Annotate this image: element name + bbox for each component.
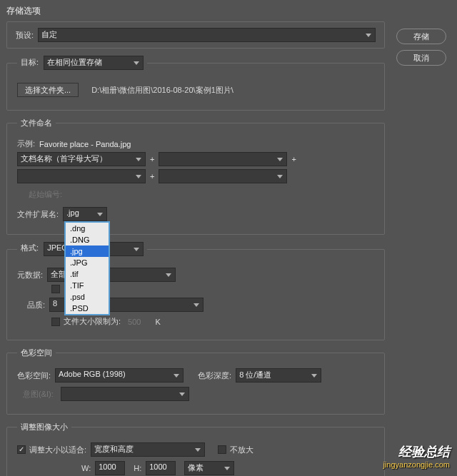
target-group: 目标: 在相同位置存储 选择文件夹... D:\相册\微信用图\2016-08-… <box>6 56 385 111</box>
resize-group: 调整图像大小 ✓ 调整大小以适合: 宽度和高度 不放大 W: 1000 H: 1… <box>6 422 385 476</box>
plus-2: + <box>291 155 296 163</box>
ext-opt-dng[interactable]: .dng <box>66 223 109 234</box>
limit-label: 文件大小限制为: <box>64 316 121 327</box>
startnum-label: 起始编号: <box>29 189 62 200</box>
colorspace-select[interactable]: Adobe RGB (1998) <box>55 368 184 383</box>
target-legend: 目标: <box>21 58 39 66</box>
color-group: 色彩空间 色彩空间: Adobe RGB (1998) 色彩深度: 8 位/通道… <box>6 348 385 415</box>
intent-select <box>61 387 189 401</box>
name-seg4-select[interactable] <box>159 169 287 183</box>
metadata-checkbox[interactable] <box>51 285 60 293</box>
resize-checkbox[interactable]: ✓ <box>17 445 26 454</box>
color-legend: 色彩空间 <box>17 348 56 358</box>
filenaming-legend: 文件命名 <box>17 118 56 128</box>
example-label: 示例: <box>17 138 35 149</box>
colorspace-label: 色彩空间: <box>17 370 51 381</box>
fit-label: 调整大小以适合: <box>29 445 86 455</box>
watermark-url: jingyanzongjie.com <box>383 460 450 469</box>
watermark-cn: 经验总结 <box>383 443 450 460</box>
plus-1: + <box>150 155 154 163</box>
filenaming-group: 文件命名 示例: Favorite place - Panda.jpg 文档名称… <box>6 118 385 235</box>
ext-opt-JPG[interactable]: .JPG <box>66 257 109 268</box>
h-label: H: <box>134 464 141 472</box>
target-location-select[interactable]: 在相同位置存储 <box>44 56 144 70</box>
noenlarge-checkbox[interactable] <box>218 445 226 454</box>
intent-label: 意图(&I): <box>23 389 54 400</box>
ext-select[interactable]: .jpg <box>63 207 107 221</box>
ext-opt-tif[interactable]: .tif <box>66 268 109 280</box>
limit-checkbox[interactable] <box>51 318 60 326</box>
window-title: 存储选项 <box>0 0 457 22</box>
h-input[interactable]: 1000 <box>146 461 176 475</box>
ext-opt-PSD[interactable]: .PSD <box>66 303 109 314</box>
limit-unit: K <box>155 318 160 326</box>
name-seg2-select[interactable] <box>159 152 287 166</box>
format-group: 格式: JPEG 元数据: 全部 品质: 8 高 (8-9) 文件大小限制为: … <box>6 242 385 340</box>
example-value: Favorite place - Panda.jpg <box>39 140 131 148</box>
noenlarge-label: 不放大 <box>230 445 253 455</box>
colordepth-select[interactable]: 8 位/通道 <box>236 368 321 383</box>
w-input[interactable]: 1000 <box>95 461 125 475</box>
ext-opt-DNG[interactable]: .DNG <box>66 234 109 245</box>
format-legend: 格式: <box>21 243 39 252</box>
preset-label: 预设: <box>16 30 34 41</box>
quality-label: 品质: <box>27 300 45 310</box>
w-label: W: <box>81 464 91 472</box>
ext-dropdown[interactable]: .dng .DNG .jpg .JPG .tif .TIF .psd .PSD <box>64 221 110 315</box>
cancel-button[interactable]: 取消 <box>396 50 446 66</box>
watermark: 经验总结 jingyanzongjie.com <box>383 443 450 469</box>
colordepth-label: 色彩深度: <box>198 370 231 381</box>
ext-opt-psd[interactable]: .psd <box>66 291 109 303</box>
target-path: D:\相册\微信用图\2016-08-20\案例1图片\ <box>91 85 233 96</box>
size-unit-select[interactable]: 像素 <box>184 461 234 475</box>
fit-select[interactable]: 宽度和高度 <box>91 442 205 457</box>
resize-legend: 调整图像大小 <box>17 422 71 432</box>
limit-value: 500 <box>128 318 141 326</box>
ext-label: 文件扩展名: <box>17 209 59 220</box>
preset-select[interactable]: 自定 <box>38 28 376 42</box>
choose-folder-button[interactable]: 选择文件夹... <box>17 83 79 97</box>
save-button[interactable]: 存储 <box>396 29 446 44</box>
metadata-label: 元数据: <box>17 270 43 280</box>
plus-3: + <box>150 172 154 181</box>
name-seg3-select[interactable] <box>17 169 146 183</box>
name-seg1-select[interactable]: 文档名称（首字母大写） <box>17 152 146 166</box>
ext-opt-TIF[interactable]: .TIF <box>66 280 109 291</box>
ext-opt-jpg[interactable]: .jpg <box>66 245 109 257</box>
